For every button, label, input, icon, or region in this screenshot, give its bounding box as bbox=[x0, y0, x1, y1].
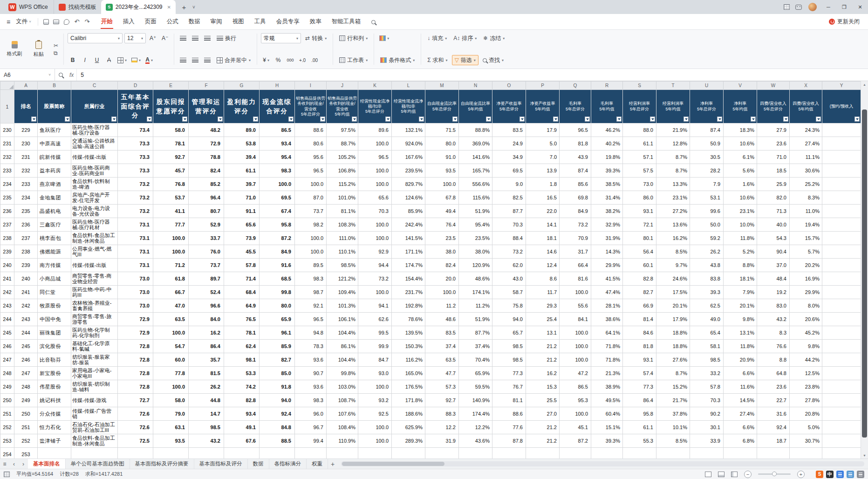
normal-view-icon[interactable] bbox=[705, 472, 711, 477]
cell-H249[interactable]: 91.8 bbox=[260, 380, 295, 394]
cell-E249[interactable]: 100.0 bbox=[153, 380, 189, 394]
redo-icon[interactable]: ↷ bbox=[82, 17, 92, 27]
cell-I246[interactable]: 78.3 bbox=[295, 340, 327, 353]
cell-Y243[interactable] bbox=[822, 299, 861, 313]
header-N[interactable]: 自由现金流比率 5年均值 bbox=[459, 90, 492, 123]
cell-A252[interactable]: 251 bbox=[14, 421, 38, 434]
cell-styles-button[interactable]: ▾ bbox=[378, 33, 390, 43]
cell-W246[interactable]: 76.6 bbox=[757, 340, 790, 353]
cell-K253[interactable]: 100.0 bbox=[358, 434, 392, 448]
font-size-select[interactable]: 12▾ bbox=[124, 33, 146, 43]
cell-P245[interactable]: 13.1 bbox=[526, 326, 560, 340]
cell-Q249[interactable]: 86.5 bbox=[560, 380, 591, 394]
print-preview-icon[interactable] bbox=[62, 17, 72, 27]
header-H[interactable]: 现金流综合评分 bbox=[260, 90, 295, 123]
cell-T243[interactable]: 20.1% bbox=[656, 299, 690, 313]
cell-E245[interactable]: 100.0 bbox=[153, 326, 189, 340]
cell-V234[interactable]: 1.6% bbox=[724, 178, 757, 191]
underline-button[interactable]: U bbox=[92, 55, 102, 65]
cell-V247[interactable]: 20.9% bbox=[724, 353, 757, 367]
cell-Y245[interactable] bbox=[822, 326, 861, 340]
cell-R245[interactable]: 64.1% bbox=[591, 326, 623, 340]
cell-H242[interactable]: 99.8 bbox=[260, 286, 295, 299]
cell-B249[interactable]: 伟星股份 bbox=[38, 380, 71, 394]
cell-X237[interactable]: 19.4% bbox=[790, 218, 822, 232]
cell-S245[interactable]: 84.6 bbox=[623, 326, 656, 340]
cell-X241[interactable]: 16.9% bbox=[790, 272, 822, 286]
cell-S250[interactable]: 86.4 bbox=[623, 394, 656, 407]
cell-O244[interactable]: 94.0 bbox=[492, 313, 526, 326]
doc-tab-active[interactable]: S 2023年全...242309 ✕ bbox=[101, 0, 176, 14]
cell-H244[interactable]: 65.9 bbox=[260, 313, 295, 326]
cell-S238[interactable]: 80.1 bbox=[623, 232, 656, 245]
row-number-246[interactable]: 246 bbox=[0, 340, 14, 353]
cell-B238[interactable]: 桃李面包 bbox=[38, 232, 71, 245]
cell-R231[interactable]: 40.2% bbox=[591, 137, 623, 151]
menu-tab-视图[interactable]: 视图 bbox=[227, 14, 249, 29]
cell-B230[interactable]: 鱼跃医疗 bbox=[38, 123, 71, 137]
header-D[interactable]: 五年基本面综合评分 bbox=[118, 90, 153, 123]
bold-button[interactable]: B bbox=[68, 55, 78, 65]
wps-home-button[interactable]: W WPS Office bbox=[3, 0, 54, 14]
header-T[interactable]: 经营利润率 5年均值 bbox=[656, 90, 690, 123]
decrease-decimal-icon[interactable]: .00 bbox=[309, 55, 320, 65]
cell-S252[interactable]: 61.1 bbox=[623, 421, 656, 434]
name-box[interactable]: A6˅ bbox=[0, 69, 55, 81]
cell-H241[interactable]: 68.5 bbox=[260, 272, 295, 286]
cell-B254[interactable] bbox=[38, 448, 71, 459]
align-middle-icon[interactable] bbox=[190, 33, 200, 43]
cell-R247[interactable]: 71.8% bbox=[591, 353, 623, 367]
cell-Q254[interactable] bbox=[560, 448, 591, 459]
cell-U233[interactable]: 28.2 bbox=[690, 164, 724, 178]
cell-M246[interactable]: 37.4 bbox=[425, 340, 459, 353]
cell-U248[interactable]: 33.2 bbox=[690, 367, 724, 380]
cell-D237[interactable]: 73.1 bbox=[118, 218, 153, 232]
cell-O245[interactable]: 65.7 bbox=[492, 326, 526, 340]
cell-U240[interactable]: 43.8 bbox=[690, 259, 724, 272]
cell-L230[interactable]: 132.1% bbox=[392, 123, 425, 137]
cell-F233[interactable]: 82.4 bbox=[189, 164, 224, 178]
cell-E238[interactable]: 100.0 bbox=[153, 232, 189, 245]
cell-S251[interactable]: 95.8 bbox=[623, 407, 656, 421]
cell-L236[interactable]: 85.9% bbox=[392, 205, 425, 218]
cell-S239[interactable]: 56.4 bbox=[623, 245, 656, 259]
cell-W237[interactable]: 40.0 bbox=[757, 218, 790, 232]
cell-F234[interactable]: 85.2 bbox=[189, 178, 224, 191]
cell-K237[interactable]: 100.0 bbox=[358, 218, 392, 232]
cell-G235[interactable]: 71.0 bbox=[224, 191, 260, 205]
filter-icon-E[interactable] bbox=[182, 116, 187, 122]
cell-U239[interactable]: 26.2 bbox=[690, 245, 724, 259]
cell-X252[interactable]: 5.0% bbox=[790, 421, 822, 434]
cell-O234[interactable]: 9.0 bbox=[492, 178, 526, 191]
cell-F241[interactable]: 89.7 bbox=[189, 272, 224, 286]
header-G[interactable]: 盈利能力评分 bbox=[224, 90, 260, 123]
cell-E241[interactable]: 61.8 bbox=[153, 272, 189, 286]
cell-S230[interactable]: 88.0 bbox=[623, 123, 656, 137]
cell-L254[interactable] bbox=[392, 448, 425, 459]
row-number-242[interactable]: 242 bbox=[0, 286, 14, 299]
cell-O246[interactable]: 98.5 bbox=[492, 340, 526, 353]
cell-V241[interactable]: 18.1% bbox=[724, 272, 757, 286]
cell-U235[interactable]: 53.1 bbox=[690, 191, 724, 205]
cell-M233[interactable]: 93.5 bbox=[425, 164, 459, 178]
filter-icon-T[interactable] bbox=[683, 116, 689, 122]
cell-Y246[interactable] bbox=[822, 340, 861, 353]
filter-icon-I[interactable] bbox=[320, 116, 325, 122]
cell-A236[interactable]: 235 bbox=[14, 205, 38, 218]
cell-T250[interactable]: 21.7% bbox=[656, 394, 690, 407]
row-number-232[interactable]: 232 bbox=[0, 151, 14, 164]
cell-F245[interactable]: 16.2 bbox=[189, 326, 224, 340]
cell-V231[interactable]: 10.6% bbox=[724, 137, 757, 151]
col-letter-Y[interactable]: Y bbox=[822, 82, 861, 90]
cell-B252[interactable]: 恒力石化 bbox=[38, 421, 71, 434]
cell-W240[interactable]: 37.0 bbox=[757, 259, 790, 272]
minimize-button[interactable]: ─ bbox=[820, 0, 836, 14]
cell-V251[interactable]: 27.4% bbox=[724, 407, 757, 421]
cell-A238[interactable]: 237 bbox=[14, 232, 38, 245]
cell-K247[interactable]: 84.7 bbox=[358, 353, 392, 367]
cell-N247[interactable]: 70.4% bbox=[459, 353, 492, 367]
cell-U237[interactable]: 50.0 bbox=[690, 218, 724, 232]
cell-Y233[interactable] bbox=[822, 164, 861, 178]
cell-A242[interactable]: 241 bbox=[14, 286, 38, 299]
filter-button[interactable]: ▽ 筛选▾ bbox=[452, 55, 478, 65]
